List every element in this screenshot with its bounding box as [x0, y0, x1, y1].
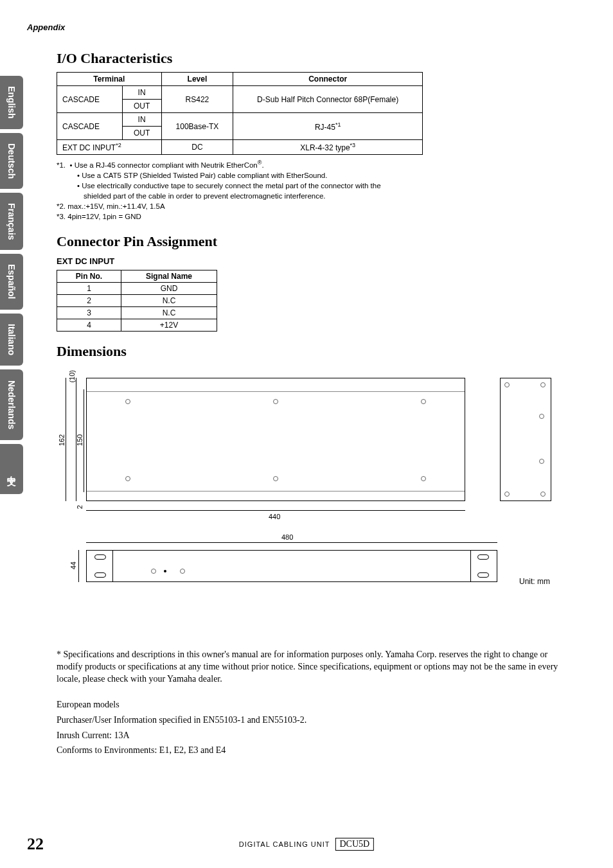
- connector-value: XLR-4-32 type: [300, 143, 350, 152]
- rack-hole-icon: [477, 572, 489, 578]
- rack-hole-icon: [94, 572, 106, 578]
- screw-icon: [504, 382, 510, 387]
- footnote-2: *2. max.:+15V, min.:+11.4V, 1.5A: [57, 201, 558, 211]
- td-pin: 4: [57, 319, 121, 332]
- screw-icon: [540, 382, 546, 387]
- panel-line: [470, 551, 471, 581]
- euro-line: Purchaser/User Information specified in …: [57, 713, 583, 728]
- tab-english[interactable]: English: [0, 76, 23, 129]
- tab-nederlands[interactable]: Nederlands: [0, 369, 23, 440]
- panel-line: [112, 551, 113, 581]
- screw-icon: [421, 399, 426, 404]
- sup-ref: *3: [350, 142, 356, 148]
- screw-icon: [421, 476, 426, 481]
- table-row: EXT DC INPUT*2 DC XLR-4-32 type*3: [57, 140, 423, 155]
- dimensions-heading: Dimensions: [57, 343, 583, 360]
- note-text: • Use electrically conductive tape to se…: [57, 181, 558, 191]
- sup-ref: *1: [335, 121, 341, 128]
- td-level: DC: [161, 140, 233, 155]
- table-row: 1GND: [57, 283, 217, 295]
- dim-line: [86, 510, 465, 511]
- front-view-outline: [86, 550, 497, 582]
- dim-44: 44: [69, 562, 77, 569]
- page-footer: 22 DIGITAL CABLING UNIT DCU5D: [0, 835, 613, 854]
- td-connector: D-Sub Half Pitch Connector 68P(Female): [233, 86, 423, 113]
- rack-hole-icon: [94, 554, 106, 560]
- td-signal: N.C: [121, 295, 217, 307]
- table-header-row: Pin No. Signal Name: [57, 270, 217, 283]
- td-signal: GND: [121, 283, 217, 295]
- dim-line: [86, 542, 497, 543]
- td-terminal: EXT DC INPUT*2: [57, 140, 162, 155]
- screw-icon: [539, 459, 544, 464]
- dimensions-figure: (10) 162 150 2 440 480 44 Unit: mm: [57, 370, 558, 633]
- table-row: 4+12V: [57, 319, 217, 332]
- header-appendix: Appendix: [27, 22, 65, 32]
- footnotes: *1. • Use a RJ-45 connector compliant wi…: [57, 159, 558, 222]
- screw-icon: [540, 492, 546, 497]
- dim-line: [84, 389, 84, 492]
- td-terminal: CASCADE: [57, 86, 123, 113]
- screw-icon: [180, 569, 185, 574]
- dim-162: 162: [58, 434, 66, 446]
- footer-product-type: DIGITAL CABLING UNIT: [239, 840, 330, 848]
- screw-icon: [273, 399, 278, 404]
- th-level: Level: [161, 73, 233, 86]
- euro-line: Inrush Current: 13A: [57, 728, 583, 743]
- page-number: 22: [27, 835, 44, 854]
- european-models: European models Purchaser/User Informati…: [57, 697, 583, 758]
- io-table: Terminal Level Connector CASCADE IN RS42…: [57, 72, 423, 155]
- table-row: 2N.C: [57, 295, 217, 307]
- dim-150: 150: [76, 434, 84, 446]
- screw-icon: [125, 399, 130, 404]
- td-pin: 1: [57, 283, 121, 295]
- side-view-outline: [500, 378, 551, 501]
- table-header-row: Terminal Level Connector: [57, 73, 423, 86]
- unit-label: Unit: mm: [519, 577, 550, 586]
- main-content: I/O Characteristics Terminal Level Conne…: [57, 50, 583, 758]
- euro-line: Conforms to Environments: E1, E2, E3 and…: [57, 743, 583, 758]
- td-level: RS422: [161, 86, 233, 113]
- tab-italiano[interactable]: Italiano: [0, 314, 23, 366]
- io-characteristics-heading: I/O Characteristics: [57, 50, 583, 67]
- screw-icon: [151, 569, 156, 574]
- td-terminal: CASCADE: [57, 113, 123, 140]
- th-connector: Connector: [233, 73, 423, 86]
- td-connector: RJ-45*1: [233, 113, 423, 140]
- td-pin: 3: [57, 307, 121, 319]
- table-row: CASCADE IN RS422 D-Sub Half Pitch Connec…: [57, 86, 423, 100]
- note-text: • Use a CAT5 STP (Shielded Twisted Pair)…: [57, 170, 558, 181]
- td-signal: +12V: [121, 319, 217, 332]
- note-text: shielded part of the cable in order to p…: [57, 191, 558, 201]
- th-pin: Pin No.: [57, 270, 121, 283]
- tab-francais[interactable]: Français: [0, 193, 23, 251]
- note-text: • Use a RJ-45 connector compliant with N…: [69, 161, 257, 169]
- footnote-1: *1. • Use a RJ-45 connector compliant wi…: [57, 159, 558, 170]
- table-row: 3N.C: [57, 307, 217, 319]
- sup-ref: *2: [116, 142, 121, 148]
- panel-line: [87, 491, 465, 492]
- th-signal: Signal Name: [121, 270, 217, 283]
- connector-value: RJ-45: [315, 123, 335, 132]
- dim-440: 440: [269, 513, 280, 520]
- rack-hole-icon: [477, 554, 489, 560]
- td-sub: OUT: [122, 127, 161, 140]
- screw-icon: [273, 476, 278, 481]
- screw-icon: [539, 414, 544, 419]
- dim-480: 480: [281, 533, 293, 541]
- disclaimer-text: * Specifications and descriptions in thi…: [57, 649, 571, 686]
- product-name-box: DCU5D: [335, 838, 374, 851]
- tab-deutsch[interactable]: Deutsch: [0, 133, 23, 189]
- th-terminal: Terminal: [57, 73, 162, 86]
- screw-icon: [125, 476, 130, 481]
- ext-dc-input-heading: EXT DC INPUT: [57, 256, 583, 266]
- td-sub: OUT: [122, 100, 161, 113]
- td-signal: N.C: [121, 307, 217, 319]
- tab-chinese[interactable]: 中文: [0, 444, 23, 494]
- td-level: 100Base-TX: [161, 113, 233, 140]
- td-pin: 2: [57, 295, 121, 307]
- dim-2: 2: [76, 505, 84, 509]
- tab-espanol[interactable]: Español: [0, 254, 23, 309]
- footnote-3: *3. 4pin=12V, 1pin = GND: [57, 211, 558, 222]
- connector-pin-heading: Connector Pin Assignment: [57, 233, 583, 250]
